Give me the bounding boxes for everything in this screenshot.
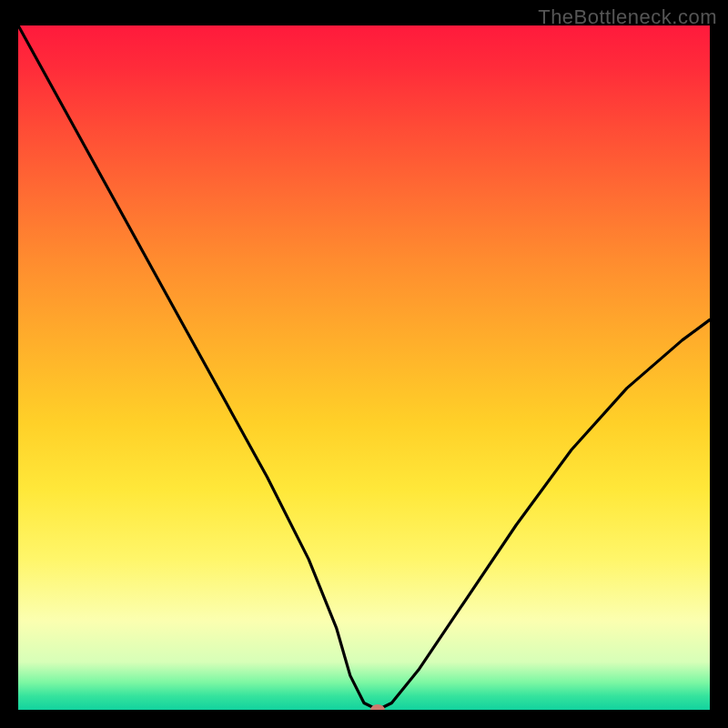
minimum-marker-icon xyxy=(370,704,385,710)
curve-path xyxy=(18,25,710,710)
plot-area xyxy=(18,25,710,710)
watermark-text: TheBottleneck.com xyxy=(538,5,717,29)
bottleneck-curve xyxy=(18,25,710,710)
chart-frame: TheBottleneck.com xyxy=(0,0,728,728)
